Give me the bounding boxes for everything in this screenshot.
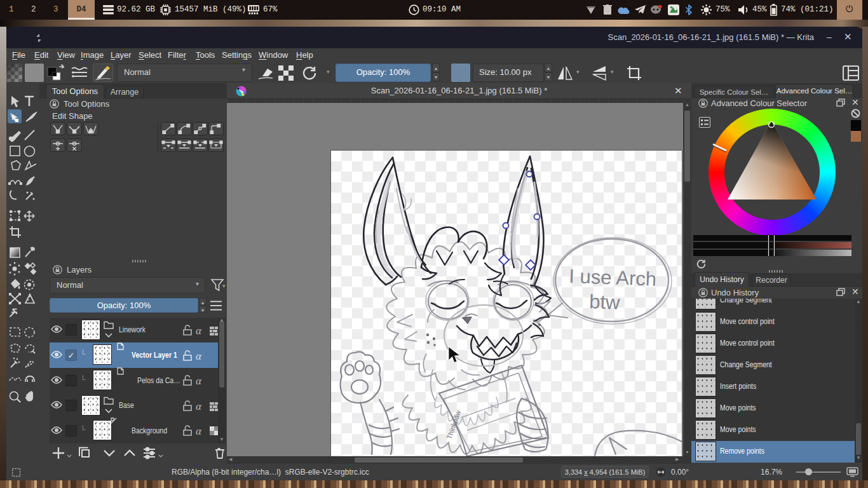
svg-text:I use Arch: I use Arch bbox=[569, 265, 657, 290]
svg-text:α: α bbox=[196, 375, 202, 387]
svg-text:btw: btw bbox=[589, 290, 621, 314]
svg-text:α: α bbox=[196, 325, 202, 337]
svg-text:α: α bbox=[196, 400, 202, 412]
svg-text:α: α bbox=[196, 425, 202, 437]
svg-text:α: α bbox=[196, 350, 202, 362]
